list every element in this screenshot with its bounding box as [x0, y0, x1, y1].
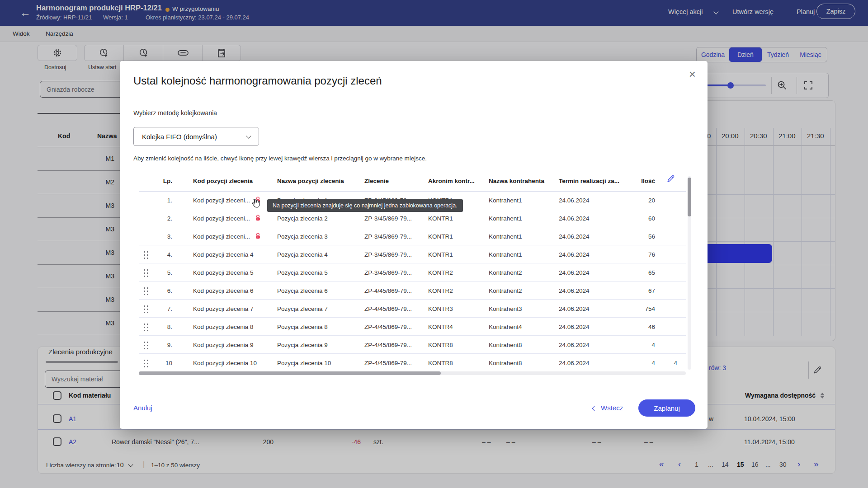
order-item-code: Kod pozycji zlecenia 8 — [193, 323, 254, 330]
sequence-modal: × Ustal kolejność harmonogramowania pozy… — [120, 61, 708, 429]
drag-handle[interactable] — [143, 305, 149, 313]
deadline: 24.06.2024 — [559, 197, 590, 203]
col-ilosc: Ilość — [628, 178, 655, 184]
row-index: 8. — [154, 323, 172, 330]
quantity: 4 — [628, 341, 655, 348]
order-item-code: Kod pozycji zleceni... — [193, 233, 250, 239]
order-number: ZP-3/45/869-79... — [364, 233, 412, 239]
order-row[interactable]: 7. Kod pozycji zlecenia 7 Pozycja zlecen… — [139, 300, 686, 318]
drag-handle[interactable] — [143, 250, 149, 259]
quantity-extra: 4 — [664, 360, 677, 366]
drag-handle[interactable] — [143, 286, 149, 295]
lock-icon[interactable] — [254, 232, 262, 242]
contractor-name: Kontrahent3 — [489, 305, 522, 312]
modal-title: Ustal kolejność harmonogramowania pozycj… — [133, 75, 382, 87]
contractor-acronym: KONTR1 — [428, 233, 453, 239]
order-row[interactable]: 4. Kod pozycji zlecenia 4 Pozycja zlecen… — [139, 245, 686, 263]
col-kod-pozycji: Kod pozycji zlecenia — [193, 178, 253, 184]
contractor-name: Kontrahent1 — [489, 251, 522, 258]
order-row[interactable]: 5. Kod pozycji zlecenia 5 Pozycja zlecen… — [139, 263, 686, 282]
contractor-acronym: KONTR8 — [428, 360, 453, 366]
contractor-acronym: KONTR4 — [428, 323, 453, 330]
row-index: 3. — [154, 233, 172, 239]
contractor-name: Kontrahent4 — [489, 323, 522, 330]
order-item-code: Kod pozycji zlecenia 9 — [193, 341, 254, 348]
horizontal-scrollbar-thumb[interactable] — [139, 371, 441, 375]
order-number: ZP-4/45/869-79... — [364, 305, 412, 312]
edit-columns-pencil-icon[interactable] — [666, 174, 675, 185]
contractor-acronym: KONTR2 — [428, 269, 453, 276]
method-label: Wybierz metodę kolejkowania — [133, 109, 217, 117]
contractor-name: Kontrahent8 — [489, 360, 522, 366]
contractor-name: Kontrahent2 — [489, 287, 522, 294]
drag-handle[interactable] — [143, 268, 149, 277]
close-icon[interactable]: × — [689, 67, 696, 81]
order-item-code: Kod pozycji zleceni... — [193, 197, 250, 203]
order-number: ZP-4/45/869-79... — [364, 323, 412, 330]
contractor-name: Kontrahent2 — [489, 269, 522, 276]
col-akronim: Akronim kontr... — [428, 178, 475, 184]
order-item-code: Kod pozycji zlecenia 6 — [193, 287, 254, 294]
contractor-name: Kontrahent1 — [489, 197, 522, 203]
drag-handle[interactable] — [143, 323, 149, 331]
order-item-code: Kod pozycji zlecenia 10 — [193, 360, 257, 366]
order-item-name: Pozycja zlecenia 7 — [277, 305, 328, 312]
order-item-name: Pozycja zlecenia 6 — [277, 287, 328, 294]
quantity: 67 — [628, 287, 655, 294]
schedule-button[interactable]: Zaplanuj — [638, 399, 695, 417]
row-index: 5. — [154, 269, 172, 276]
contractor-acronym: KONTR3 — [428, 305, 453, 312]
lock-icon[interactable] — [254, 214, 262, 224]
screen: ← Harmonogram produkcji HRP-12/21 W przy… — [0, 0, 868, 488]
quantity: 46 — [628, 323, 655, 330]
back-button[interactable]: Wstecz — [601, 404, 623, 412]
tooltip: Na pozycji zlecenia znajduje się co najm… — [267, 199, 463, 212]
vertical-scrollbar-thumb[interactable] — [688, 178, 691, 216]
col-termin: Termin realizacji za... — [559, 178, 619, 184]
deadline: 24.06.2024 — [559, 305, 590, 312]
drag-handle[interactable] — [143, 359, 149, 367]
row-index: 9. — [154, 341, 172, 348]
order-row[interactable]: 3. Kod pozycji zleceni... Pozycja zlecen… — [139, 227, 686, 245]
quantity: 60 — [628, 215, 655, 221]
deadline: 24.06.2024 — [559, 323, 590, 330]
row-index: 2. — [154, 215, 172, 221]
order-row[interactable]: 9. Kod pozycji zlecenia 9 Pozycja zlecen… — [139, 336, 686, 354]
col-zlecenie: Zlecenie — [364, 178, 389, 184]
quantity: 754 — [628, 305, 655, 312]
chevron-left-icon — [592, 406, 597, 411]
order-item-name: Pozycja zlecenia 5 — [277, 269, 328, 276]
quantity: 4 — [628, 360, 655, 366]
order-row[interactable]: 2. Kod pozycji zleceni... Pozycja zlecen… — [139, 209, 686, 227]
quantity: 76 — [628, 251, 655, 258]
row-index: 1. — [154, 197, 172, 203]
deadline: 24.06.2024 — [559, 269, 590, 276]
order-number: ZP-4/45/869-79... — [364, 287, 412, 294]
deadline: 24.06.2024 — [559, 215, 590, 221]
order-row[interactable]: 10 Kod pozycji zlecenia 10 Pozycja zlece… — [139, 354, 686, 372]
contractor-acronym: KONTR2 — [428, 287, 453, 294]
row-index: 10 — [154, 360, 172, 366]
queue-method-select[interactable]: Kolejka FIFO (domyślna) — [133, 127, 259, 146]
cancel-button[interactable]: Anuluj — [133, 404, 152, 412]
quantity: 56 — [628, 233, 655, 239]
deadline: 24.06.2024 — [559, 360, 590, 366]
deadline: 24.06.2024 — [559, 251, 590, 258]
col-kontrahent: Nazwa kontrahenta — [489, 178, 544, 184]
order-row[interactable]: 6. Kod pozycji zlecenia 6 Pozycja zlecen… — [139, 282, 686, 300]
col-nazwa-pozycji: Nazwa pozycji zlecenia — [277, 178, 344, 184]
contractor-name: Kontrahent1 — [489, 233, 522, 239]
order-number: ZP-3/45/869-79... — [364, 269, 412, 276]
cursor-hand-icon — [250, 198, 261, 211]
order-row[interactable]: 8. Kod pozycji zlecenia 8 Pozycja zlecen… — [139, 318, 686, 336]
instruction-text: Aby zmienić kolejność na liście, chwyć i… — [133, 155, 427, 162]
order-item-code: Kod pozycji zlecenia 4 — [193, 251, 254, 258]
contractor-acronym: KONTR1 — [428, 251, 453, 258]
order-number: ZP-4/45/869-79... — [364, 341, 412, 348]
drag-handle[interactable] — [143, 341, 149, 349]
col-lp: Lp. — [154, 178, 172, 184]
order-item-name: Pozycja zlecenia 9 — [277, 341, 328, 348]
order-number: ZP-4/45/869-79... — [364, 360, 412, 366]
quantity: 20 — [628, 197, 655, 203]
order-item-name: Pozycja zlecenia 8 — [277, 323, 328, 330]
